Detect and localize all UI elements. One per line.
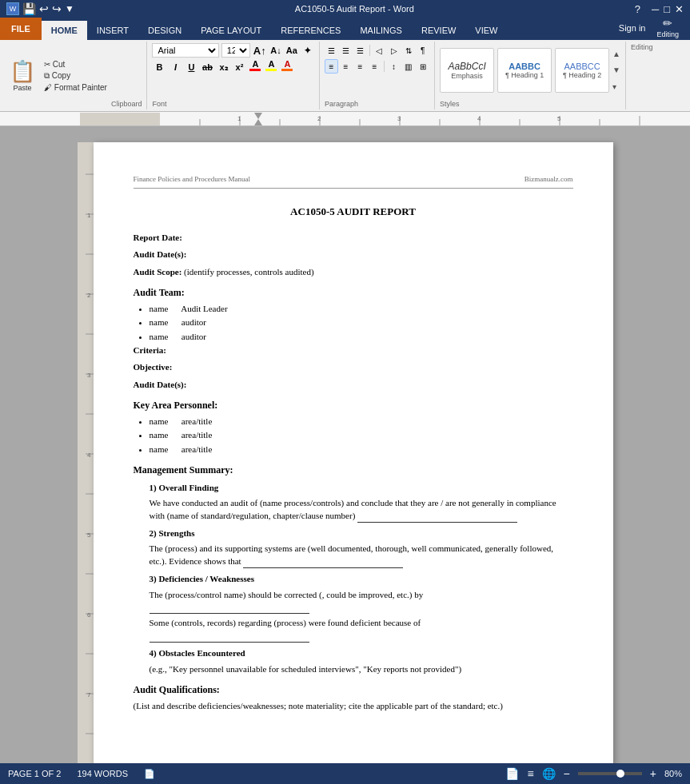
- key-area-item-2[interactable]: name area/title: [150, 429, 573, 441]
- section-4-title[interactable]: 4) Obstacles Encountered: [150, 647, 573, 659]
- zoom-thumb[interactable]: [616, 770, 624, 778]
- grow-font-button[interactable]: A↑: [253, 43, 267, 58]
- view-web-icon[interactable]: 🌐: [542, 767, 556, 780]
- bullets-button[interactable]: ☰: [325, 43, 338, 58]
- styles-scroll-down[interactable]: ▼: [612, 66, 620, 74]
- tab-review[interactable]: REVIEW: [412, 21, 465, 40]
- borders-button[interactable]: ⊞: [416, 59, 429, 74]
- center-button[interactable]: ≡: [339, 59, 353, 74]
- section-4-text[interactable]: (e.g., "Key personnel unavailable for sc…: [150, 663, 573, 675]
- section-2-text[interactable]: The (process) and its supporting systems…: [150, 543, 573, 568]
- italic-button[interactable]: I: [168, 60, 182, 74]
- section-3-title[interactable]: 3) Deficiencies / Weaknesses: [150, 573, 573, 585]
- audit-qual-section[interactable]: Audit Qualifications:: [134, 683, 573, 697]
- bold-button[interactable]: B: [152, 60, 166, 74]
- decrease-indent-button[interactable]: ◁: [373, 43, 386, 58]
- key-area-item-1[interactable]: name area/title: [150, 416, 573, 428]
- audit-qual-text[interactable]: (List and describe deficiencies/weakness…: [134, 700, 573, 712]
- key-area-item-3[interactable]: name area/title: [150, 444, 573, 456]
- section-3-text1[interactable]: The (process/control name) should be cor…: [150, 589, 573, 615]
- format-painter-button[interactable]: 🖌 Format Painter: [42, 82, 110, 93]
- zoom-minus-button[interactable]: −: [564, 767, 570, 780]
- cut-button[interactable]: ✂ Cut: [42, 59, 110, 70]
- audit-team-item-2[interactable]: name auditor: [150, 316, 573, 328]
- align-right-button[interactable]: ≡: [353, 59, 367, 74]
- document-title[interactable]: AC1050-5 AUDIT REPORT: [134, 205, 573, 219]
- superscript-button[interactable]: x²: [232, 60, 246, 74]
- section-1-title[interactable]: 1) Overall Finding: [150, 482, 573, 494]
- tab-insert[interactable]: INSERT: [87, 21, 138, 40]
- svg-text:1: 1: [237, 115, 241, 122]
- underline-button[interactable]: U: [184, 60, 198, 74]
- styles-more[interactable]: ▾: [612, 82, 620, 91]
- quick-customize[interactable]: ▼: [65, 3, 74, 14]
- zoom-plus-button[interactable]: +: [650, 767, 656, 780]
- styles-scroll-up[interactable]: ▲: [612, 50, 620, 58]
- criteria-field[interactable]: Criteria:: [134, 344, 573, 356]
- style-item-heading2[interactable]: AABBCC ¶ Heading 2: [555, 48, 609, 93]
- section-1-blank[interactable]: [357, 510, 517, 523]
- font-name-select[interactable]: Arial: [152, 43, 218, 58]
- section-1-text[interactable]: We have conducted an audit of (name proc…: [150, 497, 573, 523]
- report-date-field[interactable]: Report Date:: [134, 232, 573, 244]
- view-print-icon[interactable]: 📄: [505, 767, 519, 780]
- sign-in-link[interactable]: Sign in: [619, 23, 646, 33]
- change-case-button[interactable]: Aa: [285, 43, 298, 58]
- numbering-button[interactable]: ☰: [339, 43, 353, 58]
- audit-team-section[interactable]: Audit Team:: [134, 286, 573, 300]
- shrink-font-button[interactable]: A↓: [269, 43, 283, 58]
- highlight-button[interactable]: A: [264, 59, 278, 75]
- audit-date2-field[interactable]: Audit Date(s):: [134, 379, 573, 391]
- mgmt-summary-section[interactable]: Management Summary:: [134, 464, 573, 477]
- zoom-slider[interactable]: [578, 772, 642, 775]
- line-spacing-button[interactable]: ↕: [387, 59, 401, 74]
- quick-redo[interactable]: ↪: [52, 2, 62, 15]
- clear-format-button[interactable]: ✦: [301, 43, 314, 58]
- shading-button[interactable]: ▥: [401, 59, 415, 74]
- tab-references[interactable]: REFERENCES: [271, 21, 350, 40]
- audit-team-item-1[interactable]: name Audit Leader: [150, 303, 573, 315]
- tab-mailings[interactable]: MAILINGS: [350, 21, 412, 40]
- text-shading-button[interactable]: A: [280, 59, 294, 75]
- style-item-emphasis[interactable]: AaBbCcI Emphasis: [440, 48, 494, 93]
- copy-button[interactable]: ⧉ Copy: [42, 70, 110, 82]
- audit-dates-field[interactable]: Audit Date(s):: [134, 249, 573, 261]
- section-3-blank1[interactable]: [150, 601, 309, 614]
- document-area[interactable]: 1 2 3 4 5 6 7 8 Finance Policies a: [0, 126, 690, 763]
- maximize-button[interactable]: □: [664, 3, 670, 15]
- tab-file[interactable]: FILE: [0, 18, 42, 40]
- font-size-select[interactable]: 12: [221, 43, 250, 58]
- align-left-button[interactable]: ≡: [325, 59, 338, 74]
- view-read-icon[interactable]: ≡: [527, 767, 533, 780]
- help-button[interactable]: ?: [635, 3, 640, 15]
- quick-undo[interactable]: ↩: [39, 2, 49, 15]
- increase-indent-button[interactable]: ▷: [387, 43, 401, 58]
- minimize-button[interactable]: ─: [652, 3, 659, 15]
- tab-home[interactable]: HOME: [42, 21, 87, 40]
- section-2-blank[interactable]: [243, 555, 403, 568]
- show-hide-button[interactable]: ¶: [416, 43, 429, 58]
- sort-button[interactable]: ⇅: [401, 43, 415, 58]
- strikethrough-button[interactable]: ab: [200, 60, 214, 74]
- tab-view[interactable]: VIEW: [465, 21, 507, 40]
- justify-button[interactable]: ≡: [368, 59, 381, 74]
- key-area-section[interactable]: Key Area Personnel:: [134, 399, 573, 412]
- objective-field[interactable]: Objective:: [134, 361, 573, 373]
- tab-design[interactable]: DESIGN: [138, 21, 191, 40]
- multilevel-button[interactable]: ☰: [353, 43, 367, 58]
- section-3-text2[interactable]: Some (controls, records) regarding (proc…: [150, 617, 573, 643]
- document-icon[interactable]: 📄: [144, 769, 155, 779]
- section-2-title[interactable]: 2) Strengths: [150, 527, 573, 539]
- tab-page-layout[interactable]: PAGE LAYOUT: [191, 21, 271, 40]
- paste-button[interactable]: 📋 Paste: [5, 43, 40, 108]
- font-color-button[interactable]: A: [248, 59, 262, 75]
- document-page[interactable]: Finance Policies and Procedures Manual B…: [94, 142, 613, 763]
- style-item-heading1[interactable]: AABBC ¶ Heading 1: [497, 48, 552, 93]
- section-3-blank2[interactable]: [150, 630, 309, 643]
- word-count: 194 WORDS: [77, 769, 128, 778]
- audit-team-item-3[interactable]: name auditor: [150, 331, 573, 343]
- close-button[interactable]: ✕: [675, 3, 684, 15]
- quick-save[interactable]: 💾: [22, 2, 36, 15]
- audit-scope-field[interactable]: Audit Scope: (identify processes, contro…: [134, 266, 573, 278]
- subscript-button[interactable]: x₂: [216, 60, 230, 74]
